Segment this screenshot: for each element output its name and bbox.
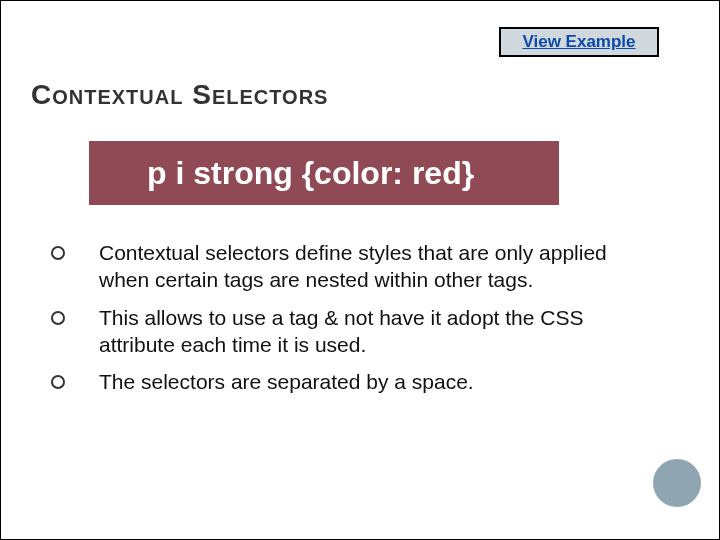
list-item: This allows to use a tag & not have it a… [47,304,659,359]
bullet-list: Contextual selectors define styles that … [47,239,659,405]
slide: View Example Contextual Selectors p i st… [0,0,720,540]
view-example-link[interactable]: View Example [499,27,659,57]
slide-title: Contextual Selectors [31,79,328,111]
bullet-text: This allows to use a tag & not have it a… [99,306,583,356]
code-example-bar: p i strong {color: red} [89,141,559,205]
bullet-text: Contextual selectors define styles that … [99,241,607,291]
view-example-label: View Example [522,32,635,52]
accent-circle [653,459,701,507]
list-item: The selectors are separated by a space. [47,368,659,395]
list-item: Contextual selectors define styles that … [47,239,659,294]
code-example-text: p i strong {color: red} [147,155,474,192]
bullet-text: The selectors are separated by a space. [99,370,474,393]
